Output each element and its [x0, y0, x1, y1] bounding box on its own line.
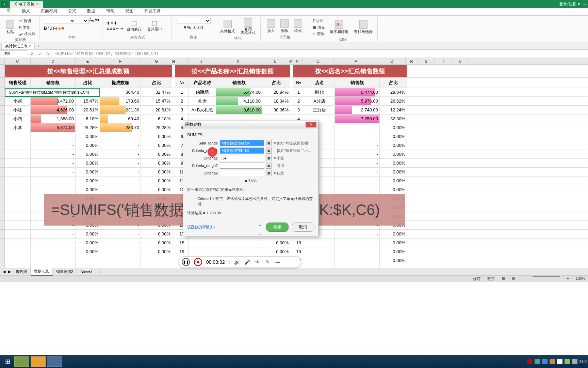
data-cell[interactable]: -: [335, 159, 380, 168]
cond-format-button[interactable]: 条件格式: [218, 19, 237, 34]
data-cell[interactable]: 小汪: [5, 106, 31, 114]
underline-button[interactable]: U: [49, 26, 52, 32]
align-right-icon[interactable]: ≡: [113, 26, 115, 31]
data-cell[interactable]: 5,674.00: [31, 123, 76, 132]
indent-inc-icon[interactable]: ⇥: [120, 26, 123, 31]
data-cell[interactable]: -: [100, 185, 141, 194]
data-cell[interactable]: 0.00%: [141, 239, 172, 247]
data-cell[interactable]: 0.00%: [380, 177, 407, 185]
data-cell[interactable]: -: [31, 247, 76, 256]
tray-icon[interactable]: [535, 359, 540, 364]
data-cell[interactable]: -: [335, 168, 380, 177]
tray-icon[interactable]: [557, 359, 562, 364]
data-cell[interactable]: 3: [293, 106, 304, 114]
ribbon-tab[interactable]: 插入: [16, 7, 35, 15]
recorder-toolbar[interactable]: ❚❚ ■ 00:03:32 | 🔊 🎤 👁 ✎ — ⋯: [179, 256, 301, 268]
view-normal-icon[interactable]: ▦: [502, 276, 505, 281]
data-cell[interactable]: 0.00%: [380, 247, 407, 256]
start-button[interactable]: ⊞: [1, 356, 14, 367]
data-cell[interactable]: 25.28%: [141, 123, 172, 132]
dec-dec-icon[interactable]: .00: [197, 25, 203, 30]
data-cell[interactable]: [5, 203, 31, 212]
tray-icon[interactable]: [572, 359, 577, 364]
data-cell[interactable]: 231.30: [100, 106, 141, 114]
data-cell[interactable]: 2: [293, 97, 304, 106]
data-cell[interactable]: 5,976.00: [335, 97, 380, 106]
data-cell[interactable]: 0.00%: [76, 168, 100, 177]
data-cell[interactable]: 小南: [5, 114, 31, 123]
data-cell[interactable]: 0.00%: [141, 177, 172, 185]
data-cell[interactable]: 1: [175, 88, 189, 97]
border-button[interactable]: 田: [53, 26, 57, 32]
tray-icon[interactable]: [527, 359, 533, 364]
data-cell[interactable]: 4,626.00: [31, 106, 76, 114]
data-cell[interactable]: 19: [175, 247, 189, 256]
sheet-tab[interactable]: 售数据: [12, 268, 31, 275]
data-cell[interactable]: -: [335, 256, 380, 265]
align-left-icon[interactable]: ≡: [107, 26, 109, 31]
ribbon-tab[interactable]: 开发工具: [139, 7, 166, 15]
font-name-select[interactable]: [44, 18, 75, 24]
close-icon[interactable]: ×: [29, 44, 31, 48]
minimize-icon[interactable]: —: [583, 2, 587, 6]
data-cell[interactable]: A分店: [304, 97, 335, 106]
delete-button[interactable]: 删除: [278, 19, 291, 34]
bold-button[interactable]: B: [44, 26, 47, 32]
sheet-tab[interactable]: Sheet3: [77, 269, 96, 275]
data-cell[interactable]: 19: [293, 247, 304, 256]
data-cell[interactable]: -: [335, 141, 380, 150]
data-cell[interactable]: [5, 247, 31, 256]
data-cell[interactable]: 0.00%: [141, 159, 172, 168]
pen-icon[interactable]: ✎: [265, 259, 271, 265]
help-link[interactable]: 该函数的帮助(H): [187, 225, 215, 230]
data-cell[interactable]: 0.00%: [380, 159, 407, 168]
currency-icon[interactable]: ¥: [184, 25, 186, 30]
fill-button[interactable]: ▦填充: [311, 24, 326, 31]
task-item[interactable]: [47, 356, 62, 367]
data-cell[interactable]: -: [335, 247, 380, 256]
data-cell[interactable]: 3,472.00: [31, 97, 76, 106]
data-cell[interactable]: -: [335, 265, 380, 268]
formula-cell[interactable]: =SUMIFS('销售数据'!$M:$M,'销售数据'!$K:$K,C4): [5, 88, 100, 97]
taskbar[interactable]: ⊞ 23:0: [0, 355, 588, 368]
data-cell[interactable]: 0.00%: [76, 185, 100, 194]
data-cell[interactable]: [5, 239, 31, 247]
data-cell[interactable]: 0.00%: [141, 168, 172, 177]
data-cell[interactable]: 364.40: [100, 88, 141, 97]
ok-button[interactable]: 确定: [266, 223, 289, 232]
data-cell[interactable]: 1,388.00: [31, 114, 76, 123]
data-cell[interactable]: -: [100, 141, 141, 150]
format-painter-button[interactable]: 🖌格式刷: [18, 31, 37, 37]
data-cell[interactable]: 0.00%: [380, 141, 407, 150]
data-cell[interactable]: 2,748.00: [335, 106, 380, 114]
table-format-button[interactable]: 套用 表格格式: [239, 18, 258, 35]
data-cell[interactable]: [5, 177, 31, 185]
data-cell[interactable]: 0.00%: [380, 265, 407, 268]
data-cell[interactable]: [5, 194, 31, 203]
data-cell[interactable]: -: [31, 141, 76, 150]
data-cell[interactable]: [5, 132, 31, 141]
tray-icon[interactable]: [565, 359, 570, 364]
ribbon-tab[interactable]: 数据: [82, 7, 101, 15]
percent-icon[interactable]: %: [187, 25, 191, 30]
data-cell[interactable]: 0.00%: [262, 247, 290, 256]
data-cell[interactable]: 8,610.00: [216, 106, 262, 114]
zoom-out-icon[interactable]: —: [522, 276, 526, 281]
data-cell[interactable]: 佛跳墙: [189, 88, 216, 97]
data-cell[interactable]: A+B大礼包: [189, 106, 216, 114]
data-cell[interactable]: 小李: [5, 123, 31, 132]
data-cell[interactable]: [5, 159, 31, 168]
merge-button[interactable]: 合并居中: [145, 20, 164, 32]
new-tab-button[interactable]: +: [35, 44, 42, 48]
align-mid-icon[interactable]: ≡: [111, 21, 113, 26]
data-cell[interactable]: -: [100, 132, 141, 141]
data-cell[interactable]: 0.00%: [76, 247, 100, 256]
fill-color-button[interactable]: ◆: [58, 26, 61, 32]
data-cell[interactable]: 3: [175, 106, 189, 114]
data-cell[interactable]: 0.00%: [380, 168, 407, 177]
number-format-select[interactable]: [177, 18, 211, 24]
data-cell[interactable]: 20.61%: [76, 106, 100, 114]
data-cell[interactable]: 0.00%: [76, 239, 100, 247]
indent-dec-icon[interactable]: ⇤: [116, 26, 119, 31]
param-input[interactable]: [220, 170, 264, 176]
